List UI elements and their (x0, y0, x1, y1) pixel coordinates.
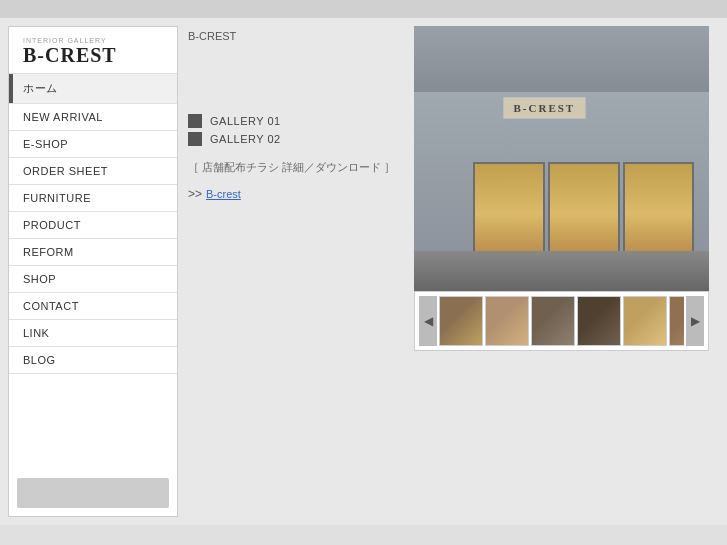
link-row: >> B-crest (188, 187, 404, 201)
sidebar-item-furniture[interactable]: FURNITURE (9, 185, 177, 212)
thumb-img-6[interactable] (669, 296, 684, 346)
thumb-img-5[interactable] (623, 296, 667, 346)
gallery-label-01: Gallery 01 (210, 115, 281, 127)
prev-arrow[interactable]: ◀ (419, 296, 437, 346)
sidebar-item-order-sheet[interactable]: ORDER SHEET (9, 158, 177, 185)
main-area: INTERIOR GALLERY B-CREST ホーム NEW ARRIVAL… (0, 18, 727, 525)
sidebar-item-label[interactable]: SHOP (9, 266, 177, 292)
sidebar-item-product[interactable]: PRODUCT (9, 212, 177, 239)
photo-road (414, 251, 709, 291)
sidebar-item-blog[interactable]: BLOG (9, 347, 177, 374)
sidebar-bottom-bar (17, 478, 169, 508)
b-crest-link[interactable]: B-crest (206, 188, 241, 200)
content-top: B-CREST Gallery 01 Gallery 02 ［ 店舗配布チラシ … (188, 26, 709, 517)
gallery-section: Gallery 01 Gallery 02 ［ 店舗配布チラシ 詳細／ダウンロー… (188, 114, 404, 201)
sidebar-item-label[interactable]: E-SHOP (9, 131, 177, 157)
logo-title: B-CREST (23, 44, 163, 67)
sidebar-item-label[interactable]: REFORM (9, 239, 177, 265)
sidebar-item-label[interactable]: FURNITURE (9, 185, 177, 211)
sidebar-item-label[interactable]: NEW ARRIVAL (9, 104, 177, 130)
thumb-images (439, 296, 684, 346)
content-area: B-CREST Gallery 01 Gallery 02 ［ 店舗配布チラシ … (178, 26, 719, 517)
thumb-img-2[interactable] (485, 296, 529, 346)
content-main: B-CREST Gallery 01 Gallery 02 ［ 店舗配布チラシ … (188, 26, 404, 517)
top-bar (0, 0, 727, 18)
thumbnail-strip: ◀ ▶ (414, 291, 709, 351)
sidebar-item-label: ホーム (9, 74, 177, 103)
main-photo: B-CREST ◀ (414, 26, 709, 517)
logo-area: INTERIOR GALLERY B-CREST (9, 27, 177, 74)
page-wrapper: INTERIOR GALLERY B-CREST ホーム NEW ARRIVAL… (0, 0, 727, 545)
gallery-label-02: Gallery 02 (210, 133, 281, 145)
gallery-item-02[interactable]: Gallery 02 (188, 132, 404, 146)
next-arrow[interactable]: ▶ (686, 296, 704, 346)
sidebar-item-label[interactable]: LINK (9, 320, 177, 346)
logo-subtitle: INTERIOR GALLERY (23, 37, 163, 44)
gallery-icon-01 (188, 114, 202, 128)
flyer-link[interactable]: ［ 店舗配布チラシ 詳細／ダウンロード ］ (188, 160, 404, 175)
breadcrumb: B-CREST (188, 26, 404, 46)
thumb-img-1[interactable] (439, 296, 483, 346)
sidebar-item-label[interactable]: BLOG (9, 347, 177, 373)
sidebar: INTERIOR GALLERY B-CREST ホーム NEW ARRIVAL… (8, 26, 178, 517)
thumb-img-3[interactable] (531, 296, 575, 346)
nav-list: ホーム NEW ARRIVAL E-SHOP ORDER SHEET FURNI… (9, 74, 177, 470)
sidebar-item-shop[interactable]: SHOP (9, 266, 177, 293)
sidebar-item-e-shop[interactable]: E-SHOP (9, 131, 177, 158)
flyer-text: ［ 店舗配布チラシ 詳細／ダウンロード ］ (188, 161, 395, 173)
thumb-img-4[interactable] (577, 296, 621, 346)
bottom-bar (0, 525, 727, 545)
store-photo: B-CREST (414, 26, 709, 291)
gallery-item-01[interactable]: Gallery 01 (188, 114, 404, 128)
gallery-icon-02 (188, 132, 202, 146)
sidebar-item-label[interactable]: ORDER SHEET (9, 158, 177, 184)
sidebar-item-reform[interactable]: REFORM (9, 239, 177, 266)
sidebar-item-contact[interactable]: CONTACT (9, 293, 177, 320)
sidebar-item-label[interactable]: PRODUCT (9, 212, 177, 238)
sidebar-item-link[interactable]: LINK (9, 320, 177, 347)
store-sign: B-CREST (503, 97, 587, 119)
sidebar-item-home[interactable]: ホーム (9, 74, 177, 104)
link-arrow: >> (188, 187, 202, 201)
sidebar-item-new-arrival[interactable]: NEW ARRIVAL (9, 104, 177, 131)
photo-scene: B-CREST (414, 26, 709, 291)
sidebar-item-label[interactable]: CONTACT (9, 293, 177, 319)
